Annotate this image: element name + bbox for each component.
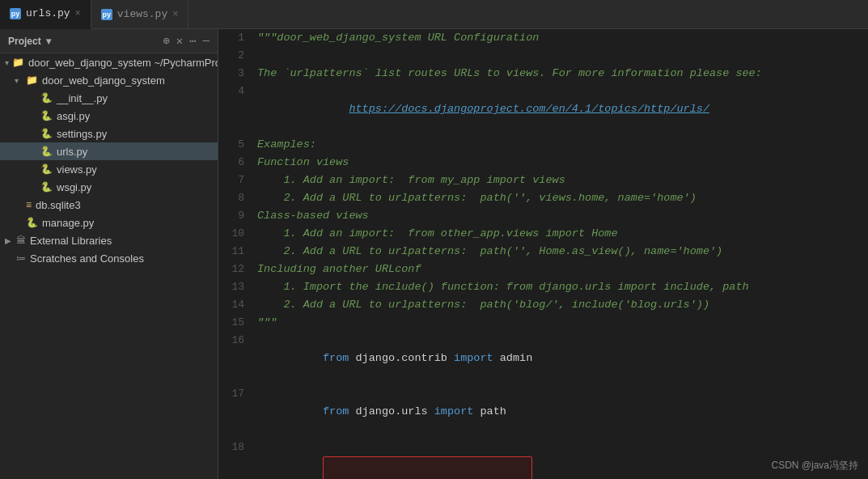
tab-views-py[interactable]: py views.py × [91,0,189,29]
chevron-libs: ▶ [5,236,13,245]
sidebar-item-scratches[interactable]: ≔ Scratches and Consoles [0,249,218,267]
code-line-7: 7 1. Add an import: from my_app import v… [218,172,868,189]
code-line-4: 4 https://docs.djangoproject.com/en/4.1/… [218,83,868,136]
py-icon-views: py [101,9,112,20]
code-content: 1 """door_web_django_system URL Configur… [218,29,868,479]
db-label: db.sqlite3 [36,199,81,211]
watermark: CSDN @java冯坚持 [771,459,858,473]
sidebar-header-title: Project ▾ [8,36,51,47]
code-line-16: 16 from django.contrib import admin [218,332,868,385]
project-chevron: ▾ [46,36,51,47]
folder-icon-django: 📁 [26,74,38,86]
py-icon-urls-sidebar: 🐍 [40,146,53,157]
sidebar-header-icons: ⊕ ✕ ⋯ ─ [163,34,210,48]
wsgi-label: wsgi.py [57,181,91,193]
py-icon-urls: py [10,8,21,19]
code-line-1: 1 """door_web_django_system URL Configur… [218,29,868,47]
chevron-root: ▾ [5,58,9,67]
chevron-django: ▾ [15,76,23,85]
django-folder-label: door_web_django_system [42,74,165,87]
code-line-3: 3 The `urlpatterns` list routes URLs to … [218,65,868,83]
lib-icon: 🏛 [16,235,26,246]
py-icon-views-sidebar: 🐍 [40,163,53,175]
sidebar-header: Project ▾ ⊕ ✕ ⋯ ─ [0,29,218,53]
tab-urls-close[interactable]: × [75,8,81,19]
py-icon-wsgi: 🐍 [40,181,53,193]
code-line-8: 8 2. Add a URL to urlpatterns: path('', … [218,189,868,207]
ext-libs-label: External Libraries [30,235,112,247]
code-line-5: 5 Examples: [218,136,868,154]
init-label: __init__.py [57,92,108,104]
minimize-icon[interactable]: ─ [203,35,210,48]
code-line-9: 9 Class-based views [218,207,868,225]
py-icon-asgi: 🐍 [40,110,53,121]
sidebar-item-root-folder[interactable]: ▾ 📁 door_web_django_system ~/PycharmProj… [0,53,218,71]
code-line-15: 15 """ [218,314,868,332]
sidebar-item-external-libs[interactable]: ▶ 🏛 External Libraries [0,231,218,249]
editor-area[interactable]: 1 """door_web_django_system URL Configur… [218,29,868,479]
scratches-label: Scratches and Consoles [30,252,144,265]
py-icon-manage: 🐍 [26,217,38,228]
db-icon: ≡ [26,199,32,210]
code-line-14: 14 2. Add a URL to urlpatterns: path('bl… [218,296,868,314]
asgi-label: asgi.py [57,110,90,122]
code-line-2: 2 [218,47,868,65]
tab-urls-label: urls.py [26,7,70,19]
sidebar-item-asgi[interactable]: 🐍 asgi.py [0,107,218,125]
close-sidebar-icon[interactable]: ✕ [176,34,183,48]
settings-label: settings.py [57,128,107,140]
sidebar-item-manage[interactable]: 🐍 manage.py [0,214,218,231]
sidebar-item-db[interactable]: ≡ db.sqlite3 [0,196,218,214]
root-folder-label: door_web_django_system ~/PycharmProjects… [28,57,218,69]
sidebar-item-wsgi[interactable]: 🐍 wsgi.py [0,178,218,196]
sidebar-item-django-folder[interactable]: ▾ 📁 door_web_django_system [0,71,218,89]
manage-label: manage.py [42,217,94,229]
code-line-12: 12 Including another URLconf [218,261,868,278]
tab-views-label: views.py [117,8,167,20]
sidebar-item-settings[interactable]: 🐍 settings.py [0,125,218,142]
sidebar: Project ▾ ⊕ ✕ ⋯ ─ ▾ 📁 door_web_django_sy… [0,29,218,479]
main-layout: Project ▾ ⊕ ✕ ⋯ ─ ▾ 📁 door_web_django_sy… [0,29,868,479]
sidebar-item-views[interactable]: 🐍 views.py [0,160,218,178]
code-line-11: 11 2. Add a URL to urlpatterns: path('',… [218,243,868,261]
views-label: views.py [57,163,97,176]
more-icon[interactable]: ⋯ [189,34,196,48]
code-line-6: 6 Function views [218,154,868,172]
folder-icon-root: 📁 [12,57,24,68]
scratch-icon: ≔ [16,252,26,264]
py-icon-init: 🐍 [40,92,53,104]
add-icon[interactable]: ⊕ [163,34,169,48]
py-icon-settings: 🐍 [40,128,53,139]
sidebar-item-init[interactable]: 🐍 __init__.py [0,89,218,107]
code-line-10: 10 1. Add an import: from other_app.view… [218,225,868,243]
tab-urls-py[interactable]: py urls.py × [0,0,91,29]
code-line-13: 13 1. Import the include() function: fro… [218,278,868,296]
sidebar-item-urls[interactable]: 🐍 urls.py [0,142,218,160]
tab-bar: py urls.py × py views.py × [0,0,868,29]
code-line-17: 17 from django.urls import path [218,385,868,439]
tab-views-close[interactable]: × [172,9,178,20]
urls-label: urls.py [57,146,87,158]
project-label: Project [8,36,41,47]
